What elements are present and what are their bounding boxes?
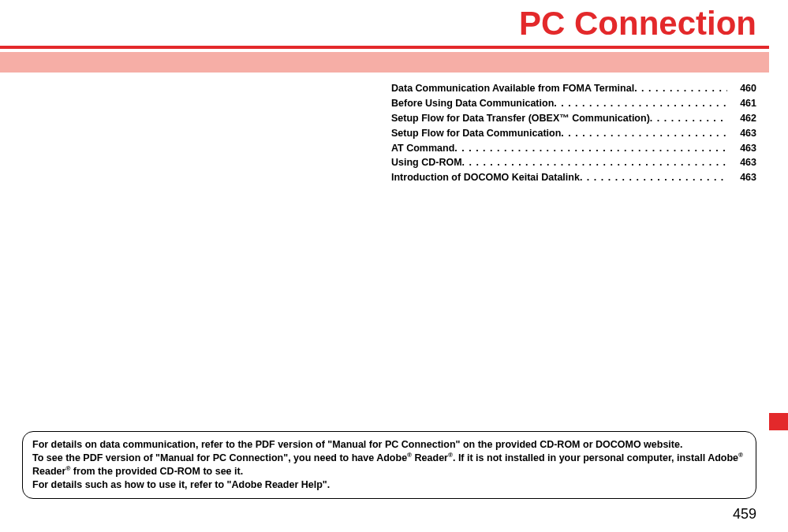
registered-mark: ® <box>738 452 743 459</box>
table-of-contents: Data Communication Available from FOMA T… <box>391 82 756 184</box>
toc-page: 462 <box>740 112 756 125</box>
divider-red <box>0 46 769 49</box>
note-line: For details on data communication, refer… <box>32 438 746 452</box>
note-text: Reader <box>32 466 65 477</box>
toc-page: 461 <box>740 97 756 110</box>
toc-label: Data Communication Available from FOMA T… <box>391 82 634 95</box>
toc-entry: Setup Flow for Data Transfer (OBEX™ Comm… <box>391 112 756 125</box>
toc-entry: Before Using Data Communication 461 <box>391 97 756 110</box>
toc-entry: Setup Flow for Data Communication 463 <box>391 127 756 140</box>
note-text: from the provided CD-ROM to see it. <box>70 466 243 477</box>
toc-leader-dots <box>634 82 727 95</box>
page-number: 459 <box>733 506 756 523</box>
toc-entry: Introduction of DOCOMO Keitai Datalink 4… <box>391 171 756 184</box>
toc-label: Using CD-ROM <box>391 156 462 169</box>
note-line: For details such as how to use it, refer… <box>32 478 746 492</box>
toc-page: 463 <box>740 171 756 184</box>
toc-label: Introduction of DOCOMO Keitai Datalink <box>391 171 580 184</box>
toc-page: 460 <box>740 82 756 95</box>
note-text: . If it is not installed in your persona… <box>453 452 738 463</box>
toc-label: Setup Flow for Data Communication <box>391 127 561 140</box>
chapter-title: PC Connection <box>0 0 788 46</box>
toc-leader-dots <box>462 156 728 169</box>
toc-leader-dots <box>580 171 727 184</box>
toc-leader-dots <box>561 127 727 140</box>
toc-label: AT Command <box>391 142 454 155</box>
toc-page: 463 <box>740 127 756 140</box>
note-text: To see the PDF version of "Manual for PC… <box>32 452 407 463</box>
note-line: To see the PDF version of "Manual for PC… <box>32 452 746 478</box>
note-text: Reader <box>412 452 448 463</box>
toc-label: Setup Flow for Data Transfer (OBEX™ Comm… <box>391 112 650 125</box>
band-pink <box>0 52 769 73</box>
side-tab <box>769 413 788 430</box>
toc-entry: AT Command 463 <box>391 142 756 155</box>
toc-leader-dots <box>650 112 727 125</box>
toc-entry: Using CD-ROM 463 <box>391 156 756 169</box>
toc-page: 463 <box>740 156 756 169</box>
toc-label: Before Using Data Communication <box>391 97 554 110</box>
toc-leader-dots <box>554 97 727 110</box>
info-note-box: For details on data communication, refer… <box>22 431 756 499</box>
toc-leader-dots <box>454 142 727 155</box>
toc-page: 463 <box>740 142 756 155</box>
toc-entry: Data Communication Available from FOMA T… <box>391 82 756 95</box>
